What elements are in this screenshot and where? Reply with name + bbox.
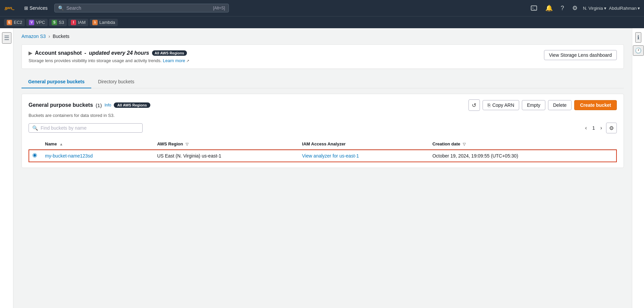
snapshot-badge: All AWS Regions <box>152 50 187 56</box>
page-number: 1 <box>591 125 596 131</box>
panel-header: General purpose buckets (1) Info All AWS… <box>29 99 617 111</box>
all-regions-badge: All AWS Regions <box>114 102 150 108</box>
services-menu[interactable]: ⊞ Services <box>21 4 50 12</box>
th-select <box>29 139 41 149</box>
iam-icon: I <box>71 20 76 25</box>
row-radio[interactable] <box>33 153 37 158</box>
th-name[interactable]: Name ▲ <box>41 139 153 149</box>
delete-button[interactable]: Delete <box>548 100 572 110</box>
svg-text:>_: >_ <box>532 6 535 10</box>
search-input[interactable] <box>66 5 210 11</box>
account-snapshot: ▶ Account snapshot - updated every 24 ho… <box>21 44 624 69</box>
nav-right: >_ 🔔 ? ⚙ N. Virginia ▾ AbdulRahman ▾ <box>528 3 640 13</box>
cloudshell-icon[interactable]: >_ <box>528 3 540 13</box>
buckets-tabs: General purpose buckets Directory bucket… <box>21 76 624 88</box>
bucket-name-cell: my-bucket-name123sd <box>41 149 153 162</box>
notifications-icon[interactable]: 🔔 <box>543 3 555 13</box>
external-link-icon: ↗ <box>186 59 189 63</box>
bucket-count: (1) <box>96 102 102 108</box>
s3-icon: S <box>52 20 57 25</box>
lambda-label: Lambda <box>99 20 115 25</box>
help-icon[interactable]: ? <box>558 3 567 13</box>
bucket-created-cell: October 19, 2024, 19:09:55 (UTC+05:30) <box>428 149 617 162</box>
ec2-label: EC2 <box>14 20 22 25</box>
snapshot-title: ▶ Account snapshot - updated every 24 ho… <box>29 50 189 56</box>
table-body: my-bucket-name123sd US East (N. Virginia… <box>29 149 617 162</box>
snapshot-dash: - <box>85 50 86 56</box>
breadcrumb: Amazon S3 › Buckets <box>21 34 624 39</box>
svg-text:aws: aws <box>5 6 12 10</box>
shortcut-lambda[interactable]: λ Lambda <box>90 19 118 26</box>
user-label: AbdulRahman <box>609 6 637 11</box>
user-menu[interactable]: AbdulRahman ▾ <box>609 6 640 11</box>
create-bucket-button[interactable]: Create bucket <box>574 100 617 110</box>
bucket-search-input[interactable] <box>41 125 139 131</box>
vpc-label: VPC <box>36 20 45 25</box>
shortcut-iam[interactable]: I IAM <box>68 19 88 26</box>
copy-arn-label: Copy ARN <box>492 102 514 108</box>
hamburger-icon[interactable]: ☰ <box>2 32 11 44</box>
settings-icon[interactable]: ⚙ <box>569 3 580 13</box>
region-label: N. Virginia <box>583 6 603 11</box>
th-iam: IAM Access Analyzer <box>298 139 428 149</box>
view-storage-lens-button[interactable]: View Storage Lens dashboard <box>544 50 617 60</box>
prev-page-button[interactable]: ‹ <box>583 124 590 132</box>
refresh-button[interactable]: ↺ <box>468 99 480 111</box>
analyzer-link[interactable]: View analyzer for us-east-1 <box>302 153 359 159</box>
snapshot-title-text: Account snapshot <box>35 50 82 56</box>
services-label: Services <box>30 5 48 11</box>
global-search[interactable]: 🔍 [Alt+S] <box>54 4 229 12</box>
next-page-button[interactable]: › <box>598 124 605 132</box>
user-chevron-icon: ▾ <box>638 6 640 11</box>
main-content: ☰ Amazon S3 › Buckets ▶ Account snapshot… <box>0 28 644 308</box>
collapse-icon[interactable]: ▶ <box>29 50 32 56</box>
table-settings-button[interactable]: ⚙ <box>606 123 617 133</box>
bucket-iam-cell: View analyzer for us-east-1 <box>298 149 428 162</box>
info-button[interactable]: Info <box>104 103 111 107</box>
lambda-icon: λ <box>92 20 98 25</box>
search-pagination-row: 🔍 ‹ 1 › ⚙ <box>29 123 617 133</box>
row-radio-cell[interactable] <box>29 149 41 162</box>
panel-title: General purpose buckets (1) Info All AWS… <box>29 102 150 108</box>
tab-directory[interactable]: Directory buckets <box>91 76 141 88</box>
shortcut-vpc[interactable]: V VPC <box>26 19 48 26</box>
table-row[interactable]: my-bucket-name123sd US East (N. Virginia… <box>29 149 617 162</box>
region-selector[interactable]: N. Virginia ▾ <box>583 6 606 11</box>
region-chevron-icon: ▾ <box>604 6 606 11</box>
right-clock-icon[interactable]: 🕐 <box>633 45 644 56</box>
s3-label: S3 <box>59 20 64 25</box>
iam-label: IAM <box>78 20 86 25</box>
breadcrumb-separator: › <box>48 34 50 39</box>
search-shortcut: [Alt+S] <box>213 6 225 10</box>
shortcut-s3[interactable]: S S3 <box>49 19 67 26</box>
copy-arn-button[interactable]: ⎘ Copy ARN <box>483 100 519 110</box>
top-nav: aws ⊞ Services 🔍 [Alt+S] >_ 🔔 ? ⚙ N. Vir… <box>0 0 644 16</box>
right-info-icon[interactable]: ℹ <box>635 32 641 43</box>
th-created[interactable]: Creation date ▽ <box>428 139 617 149</box>
snapshot-description: Storage lens provides visibility into st… <box>29 58 189 63</box>
vpc-icon: V <box>29 20 34 25</box>
bucket-region-cell: US East (N. Virginia) us-east-1 <box>153 149 298 162</box>
breadcrumb-parent-link[interactable]: Amazon S3 <box>21 34 46 39</box>
th-region[interactable]: AWS Region ▽ <box>153 139 298 149</box>
buckets-panel: General purpose buckets (1) Info All AWS… <box>21 94 624 168</box>
breadcrumb-current: Buckets <box>53 34 69 39</box>
bucket-name-link[interactable]: my-bucket-name123sd <box>45 153 93 159</box>
created-sort-icon: ▽ <box>463 142 465 146</box>
aws-logo[interactable]: aws <box>4 3 15 13</box>
learn-more-link[interactable]: Learn more <box>163 58 185 63</box>
empty-button[interactable]: Empty <box>522 100 545 110</box>
table-header: Name ▲ AWS Region ▽ IAM Access Analyzer <box>29 139 617 149</box>
shortcut-ec2[interactable]: E EC2 <box>4 19 25 26</box>
panel-actions: ↺ ⎘ Copy ARN Empty Delete Create bucket <box>468 99 617 111</box>
copy-icon: ⎘ <box>488 102 490 108</box>
snapshot-content: ▶ Account snapshot - updated every 24 ho… <box>29 50 189 63</box>
search-icon: 🔍 <box>58 5 64 11</box>
panel-description: Buckets are containers for data stored i… <box>29 113 617 118</box>
ec2-icon: E <box>7 20 12 25</box>
buckets-table-wrap: Name ▲ AWS Region ▽ IAM Access Analyzer <box>29 139 617 162</box>
sidebar-toggle: ☰ <box>0 28 13 308</box>
shortcuts-nav: E EC2 V VPC S S3 I IAM λ Lambda <box>0 16 644 28</box>
tab-general-purpose[interactable]: General purpose buckets <box>21 76 91 88</box>
bucket-search[interactable]: 🔍 <box>29 123 143 133</box>
